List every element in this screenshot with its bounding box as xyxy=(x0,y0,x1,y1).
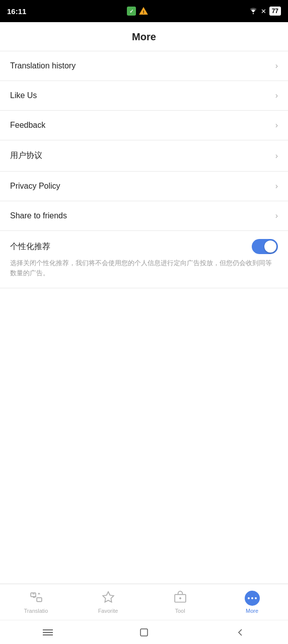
android-nav-bar xyxy=(0,620,288,644)
personalization-title: 个性化推荐 xyxy=(10,242,50,252)
menu-item-label: Privacy Policy xyxy=(10,182,60,191)
more-icon xyxy=(245,591,260,606)
personalization-description: 选择关闭个性化推荐，我们将不会使用您的个人信息进行定向广告投放，但您仍会收到同等… xyxy=(10,258,278,278)
chevron-right-icon: › xyxy=(275,91,278,100)
chevron-right-icon: › xyxy=(275,121,278,130)
nav-label-more: More xyxy=(246,608,258,614)
personalization-header: 个性化推荐 xyxy=(10,239,278,254)
x-icon: ✕ xyxy=(261,8,266,15)
bottom-nav: Translatio Favorite Tool xyxy=(0,584,288,620)
menu-item-label: 用户协议 xyxy=(10,150,42,161)
chevron-right-icon: › xyxy=(275,182,278,191)
menu-item-label: Like Us xyxy=(10,91,37,100)
menu-item-label: Translation history xyxy=(10,61,76,70)
app-icon: ✓ xyxy=(127,7,136,16)
translation-icon xyxy=(30,591,43,606)
personalization-section: 个性化推荐 选择关闭个性化推荐，我们将不会使用您的个人信息进行定向广告投放，但您… xyxy=(0,231,288,288)
nav-label-favorite: Favorite xyxy=(98,608,118,614)
menu-item-privacy-policy[interactable]: Privacy Policy › xyxy=(0,172,288,201)
menu-item-translation-history[interactable]: Translation history › xyxy=(0,51,288,81)
menu-item-like-us[interactable]: Like Us › xyxy=(0,81,288,111)
svg-text:!: ! xyxy=(143,10,145,15)
nav-item-more[interactable]: More xyxy=(216,584,288,620)
android-home-button[interactable] xyxy=(136,625,152,640)
menu-item-label: Feedback xyxy=(10,121,45,130)
status-right: ✕ 77 xyxy=(249,7,281,16)
nav-label-translation: Translatio xyxy=(24,608,48,614)
chevron-right-icon: › xyxy=(275,151,278,160)
nav-item-favorite[interactable]: Favorite xyxy=(72,584,144,620)
toggle-slider xyxy=(252,239,278,254)
menu-item-user-agreement[interactable]: 用户协议 › xyxy=(0,140,288,172)
svg-rect-10 xyxy=(140,629,148,636)
nav-label-tool: Tool xyxy=(175,608,185,614)
nav-item-tool[interactable]: Tool xyxy=(144,584,216,620)
wifi-icon xyxy=(249,7,258,16)
status-time: 16:11 xyxy=(7,7,26,16)
android-back-button[interactable] xyxy=(233,625,248,640)
favorite-icon xyxy=(102,591,115,606)
page-title: More xyxy=(0,22,288,51)
chevron-right-icon: › xyxy=(275,211,278,220)
menu-item-label: Share to friends xyxy=(10,211,67,220)
svg-rect-2 xyxy=(31,593,36,597)
personalization-toggle[interactable] xyxy=(252,239,278,254)
menu-list: Translation history › Like Us › Feedback… xyxy=(0,51,288,584)
chevron-right-icon: › xyxy=(275,61,278,70)
warning-icon: ! xyxy=(139,7,148,16)
menu-item-feedback[interactable]: Feedback › xyxy=(0,111,288,140)
android-menu-button[interactable] xyxy=(40,625,55,640)
svg-rect-3 xyxy=(37,598,42,602)
tool-icon xyxy=(174,591,187,606)
main-content: More Translation history › Like Us › Fee… xyxy=(0,22,288,584)
status-bar: 16:11 ✓ ! ✕ 77 xyxy=(0,0,288,22)
svg-point-1 xyxy=(253,13,254,14)
menu-item-share-to-friends[interactable]: Share to friends › xyxy=(0,201,288,231)
status-icons: ✓ ! xyxy=(127,7,148,16)
nav-item-translation[interactable]: Translatio xyxy=(0,584,72,620)
battery-indicator: 77 xyxy=(269,7,281,16)
